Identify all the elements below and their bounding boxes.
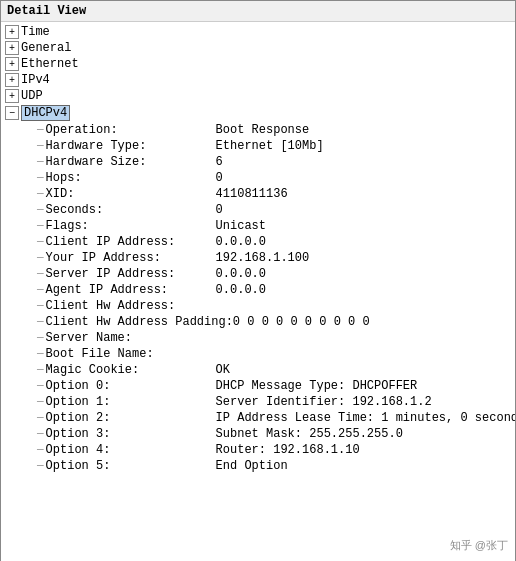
detail-row-14[interactable]: —Boot File Name: [1,346,515,362]
field-label-18: Option 2: [46,411,216,425]
detail-row-11[interactable]: —Client Hw Address: [1,298,515,314]
field-value-6: Unicast [216,219,266,233]
field-value-5: 0 [216,203,223,217]
main-window: Detail View +Time+General+Ethernet+IPv4+… [0,0,516,561]
field-value-12: 0 0 0 0 0 0 0 0 0 0 [233,315,370,329]
tree-node-time[interactable]: +Time [5,24,515,40]
row-prefix-icon: — [37,187,44,199]
row-prefix-icon: — [37,459,44,471]
field-label-16: Option 0: [46,379,216,393]
expand-icon[interactable]: + [5,25,19,39]
row-prefix-icon: — [37,347,44,359]
field-value-20: Router: 192.168.1.10 [216,443,360,457]
field-label-21: Option 5: [46,459,216,473]
detail-row-0[interactable]: —Operation:Boot Response [1,122,515,138]
field-value-17: Server Identifier: 192.168.1.2 [216,395,432,409]
tree-node-label-time: Time [21,25,50,39]
detail-row-19[interactable]: —Option 3:Subnet Mask: 255.255.255.0 [1,426,515,442]
field-label-9: Server IP Address: [46,267,216,281]
row-prefix-icon: — [37,155,44,167]
row-prefix-icon: — [37,379,44,391]
detail-row-7[interactable]: —Client IP Address:0.0.0.0 [1,234,515,250]
row-prefix-icon: — [37,171,44,183]
field-label-10: Agent IP Address: [46,283,216,297]
field-value-0: Boot Response [216,123,310,137]
tree-node-udp[interactable]: +UDP [5,88,515,104]
detail-row-4[interactable]: —XID:4110811136 [1,186,515,202]
detail-row-13[interactable]: —Server Name: [1,330,515,346]
field-label-2: Hardware Size: [46,155,216,169]
field-value-9: 0.0.0.0 [216,267,266,281]
field-label-7: Client IP Address: [46,235,216,249]
field-value-7: 0.0.0.0 [216,235,266,249]
field-value-8: 192.168.1.100 [216,251,310,265]
detail-row-12[interactable]: —Client Hw Address Padding:0 0 0 0 0 0 0… [1,314,515,330]
tree-node-dhcpv4[interactable]: −DHCPv4 [5,104,515,122]
detail-row-2[interactable]: —Hardware Size:6 [1,154,515,170]
field-value-16: DHCP Message Type: DHCPOFFER [216,379,418,393]
row-prefix-icon: — [37,235,44,247]
expand-icon[interactable]: + [5,73,19,87]
field-value-10: 0.0.0.0 [216,283,266,297]
detail-row-15[interactable]: —Magic Cookie:OK [1,362,515,378]
field-value-21: End Option [216,459,288,473]
collapse-icon[interactable]: − [5,106,19,120]
detail-row-5[interactable]: —Seconds:0 [1,202,515,218]
field-label-1: Hardware Type: [46,139,216,153]
field-label-20: Option 4: [46,443,216,457]
field-label-15: Magic Cookie: [46,363,216,377]
field-value-15: OK [216,363,230,377]
window-title: Detail View [7,4,86,18]
row-prefix-icon: — [37,395,44,407]
field-label-17: Option 1: [46,395,216,409]
field-label-6: Flags: [46,219,216,233]
row-prefix-icon: — [37,363,44,375]
row-prefix-icon: — [37,283,44,295]
row-prefix-icon: — [37,267,44,279]
detail-row-6[interactable]: —Flags:Unicast [1,218,515,234]
field-label-4: XID: [46,187,216,201]
tree-node-label-dhcpv4: DHCPv4 [21,105,70,121]
field-value-19: Subnet Mask: 255.255.255.0 [216,427,403,441]
field-label-0: Operation: [46,123,216,137]
detail-row-3[interactable]: —Hops:0 [1,170,515,186]
tree-node-ethernet[interactable]: +Ethernet [5,56,515,72]
field-label-12: Client Hw Address Padding: [46,315,233,329]
title-bar: Detail View [1,1,515,22]
detail-row-9[interactable]: —Server IP Address:0.0.0.0 [1,266,515,282]
detail-row-8[interactable]: —Your IP Address:192.168.1.100 [1,250,515,266]
tree-node-label-ipv4: IPv4 [21,73,50,87]
detail-row-17[interactable]: —Option 1:Server Identifier: 192.168.1.2 [1,394,515,410]
field-label-3: Hops: [46,171,216,185]
row-prefix-icon: — [37,203,44,215]
tree-node-label-general: General [21,41,71,55]
detail-row-16[interactable]: —Option 0:DHCP Message Type: DHCPOFFER [1,378,515,394]
row-prefix-icon: — [37,219,44,231]
row-prefix-icon: — [37,331,44,343]
field-label-8: Your IP Address: [46,251,216,265]
detail-row-20[interactable]: —Option 4:Router: 192.168.1.10 [1,442,515,458]
tree-node-general[interactable]: +General [5,40,515,56]
field-label-13: Server Name: [46,331,216,345]
detail-row-10[interactable]: —Agent IP Address:0.0.0.0 [1,282,515,298]
watermark-label: 知乎 @张丁 [450,538,508,553]
field-value-2: 6 [216,155,223,169]
detail-row-1[interactable]: —Hardware Type:Ethernet [10Mb] [1,138,515,154]
row-prefix-icon: — [37,299,44,311]
tree-container[interactable]: +Time+General+Ethernet+IPv4+UDP−DHCPv4 —… [1,22,515,561]
row-prefix-icon: — [37,411,44,423]
tree-node-ipv4[interactable]: +IPv4 [5,72,515,88]
row-prefix-icon: — [37,123,44,135]
field-value-4: 4110811136 [216,187,288,201]
detail-row-18[interactable]: —Option 2:IP Address Lease Time: 1 minut… [1,410,515,426]
detail-row-21[interactable]: —Option 5:End Option [1,458,515,474]
row-prefix-icon: — [37,139,44,151]
row-prefix-icon: — [37,443,44,455]
expand-icon[interactable]: + [5,89,19,103]
expand-icon[interactable]: + [5,57,19,71]
row-prefix-icon: — [37,427,44,439]
expand-icon[interactable]: + [5,41,19,55]
field-label-11: Client Hw Address: [46,299,216,313]
field-value-1: Ethernet [10Mb] [216,139,324,153]
field-label-14: Boot File Name: [46,347,216,361]
